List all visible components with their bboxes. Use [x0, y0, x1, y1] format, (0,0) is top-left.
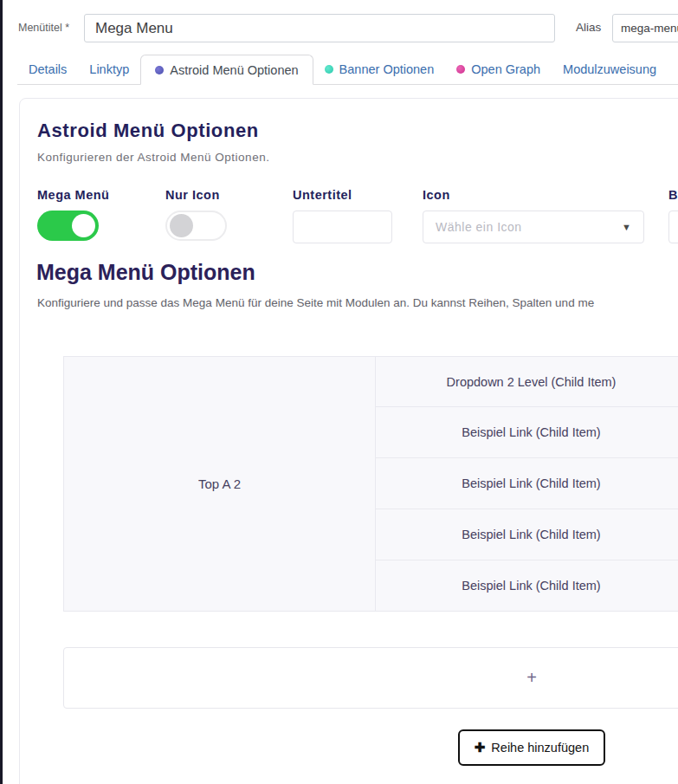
field-mega-menu: Mega Menü — [37, 188, 109, 241]
icon-select[interactable]: Wähle ein Icon ▼ — [423, 211, 644, 243]
child-item-row[interactable]: Beispiel Link (Child Item) — [376, 458, 678, 509]
open-graph-tab-dot-icon — [456, 65, 465, 74]
menu-grid: Top A 2 Dropdown 2 Level (Child Item) Be… — [63, 356, 678, 612]
mega-menu-options-description: Konfiguriere und passe das Mega Menü für… — [37, 296, 678, 309]
icon-label: Icon — [423, 188, 644, 202]
child-item-row[interactable]: Dropdown 2 Level (Child Item) — [376, 356, 678, 407]
menu-title-label: Menütitel * — [18, 22, 69, 34]
chevron-down-icon: ▼ — [622, 222, 631, 232]
tab-modulzuweisung[interactable]: Modulzuweisung — [552, 55, 668, 84]
panel-subtitle: Konfigurieren der Astroid Menü Optionen. — [37, 151, 269, 164]
child-items-column: Dropdown 2 Level (Child Item) Beispiel L… — [376, 356, 678, 612]
badge-input-partial[interactable]: K — [668, 211, 678, 243]
add-column-dropzone[interactable]: + — [63, 647, 678, 709]
option-fields-row: Mega Menü Nur Icon Untertitel Icon — [37, 188, 678, 259]
astroid-options-panel: Astroid Menü Optionen Konfigurieren der … — [19, 98, 678, 784]
astroid-tab-dot-icon — [155, 66, 164, 75]
menu-title-input[interactable] — [84, 14, 555, 42]
mega-menu-builder: Top A 2 Dropdown 2 Level (Child Item) Be… — [63, 356, 678, 766]
tab-linktyp[interactable]: Linktyp — [78, 55, 140, 84]
button-row: ✚ Reihe hinzufügen — [63, 729, 678, 766]
mega-menu-toggle-label: Mega Menü — [37, 188, 109, 202]
add-row-button[interactable]: ✚ Reihe hinzufügen — [458, 729, 605, 766]
icon-select-placeholder: Wähle ein Icon — [436, 220, 622, 234]
untertitel-label: Untertitel — [293, 188, 392, 202]
alias-input[interactable] — [612, 14, 678, 42]
mega-menu-options-title: Mega Menü Optionen — [36, 260, 255, 285]
tab-details[interactable]: Details — [17, 55, 78, 84]
nur-icon-toggle-label: Nur Icon — [165, 188, 227, 202]
tab-open-graph-label: Open Graph — [471, 62, 540, 76]
tab-open-graph[interactable]: Open Graph — [445, 55, 552, 84]
tab-astroid-label: Astroid Menü Optionen — [170, 63, 298, 77]
mega-menu-toggle[interactable] — [37, 211, 99, 241]
plus-icon: ✚ — [475, 740, 486, 755]
child-item-row[interactable]: Beispiel Link (Child Item) — [376, 509, 678, 560]
add-row-button-label: Reihe hinzufügen — [491, 741, 589, 755]
field-badge-cutoff: B K — [668, 188, 678, 243]
field-untertitel: Untertitel — [293, 188, 392, 243]
badge-label-partial: B — [668, 188, 678, 202]
banner-tab-dot-icon — [325, 65, 333, 74]
tab-banner-label: Banner Optionen — [339, 62, 435, 76]
child-item-row[interactable]: Beispiel Link (Child Item) — [376, 407, 678, 458]
nur-icon-toggle[interactable] — [165, 211, 227, 241]
toggle-knob — [170, 214, 193, 237]
tab-bar: Details Linktyp Astroid Menü Optionen Ba… — [17, 55, 678, 85]
field-icon: Icon Wähle ein Icon ▼ — [423, 188, 644, 243]
untertitel-input[interactable] — [293, 211, 392, 243]
tab-astroid-menu-optionen[interactable]: Astroid Menü Optionen — [140, 55, 313, 85]
collapsed-sidebar-edge — [0, 0, 3, 784]
field-nur-icon: Nur Icon — [165, 188, 227, 241]
parent-item-cell[interactable]: Top A 2 — [63, 356, 376, 612]
alias-label: Alias — [576, 21, 601, 34]
panel-title: Astroid Menü Optionen — [37, 120, 259, 142]
child-item-row[interactable]: Beispiel Link (Child Item) — [376, 560, 678, 612]
plus-icon: + — [526, 668, 537, 688]
toggle-knob — [72, 214, 95, 237]
tab-banner-optionen[interactable]: Banner Optionen — [313, 55, 446, 84]
